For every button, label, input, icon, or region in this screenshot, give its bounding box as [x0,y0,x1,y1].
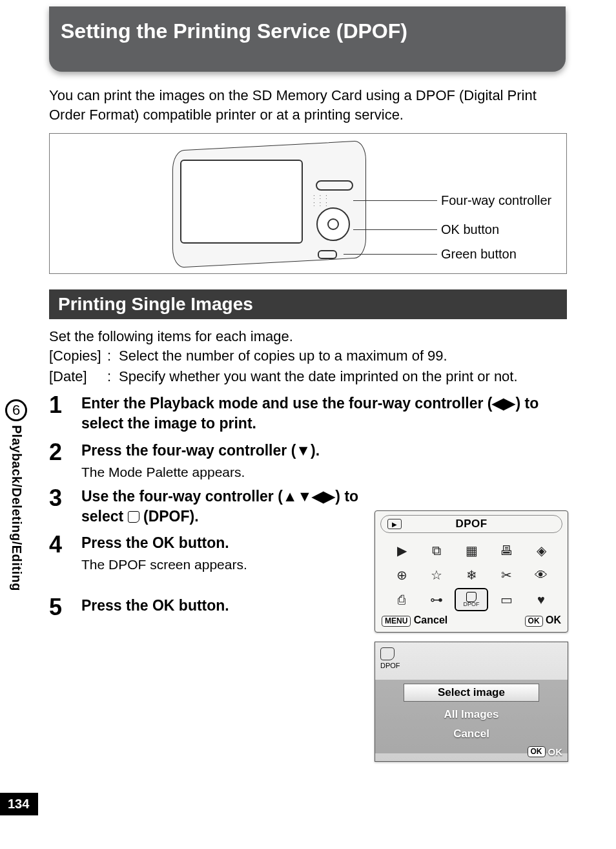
ok-chip-icon: OK [525,616,543,627]
palette-icon: ◈ [526,541,556,560]
def-copies-key: [Copies] [49,346,107,366]
palette-icon: ▦ [457,541,486,560]
palette-icon: ☆ [422,565,451,585]
green-button-icon [318,250,337,259]
page-title: Setting the Printing Service (DPOF) [61,19,407,43]
step-4-title: Press the OK button. [81,533,365,553]
def-date-key: [Date] [49,367,107,386]
label-green-button: Green button [441,247,517,262]
step-2-title: Press the four-way controller (▼). [81,441,567,461]
left-right-arrows-icon: ◀▶ [492,395,515,412]
step-5-title: Press the OK button. [81,596,365,619]
palette-icon: ❄ [457,565,486,585]
step-1: 1 Enter the Playback mode and use the fo… [49,393,567,434]
label-ok-button: OK button [441,222,499,237]
step-4: 4 Press the OK button. The DPOF screen a… [49,533,365,572]
palette-title: DPOF [402,518,541,530]
palette-icon: ⎙ [387,590,416,609]
step-5: 5 Press the OK button. [49,596,365,619]
palette-cancel[interactable]: MENU Cancel [382,614,447,627]
dpof-corner-icon: DPOF [380,647,400,669]
palette-icon: ⊶ [422,590,451,609]
section-heading: Printing Single Images [49,289,567,319]
section-intro: Set the following items for each image. [49,327,567,346]
intro-paragraph: You can print the images on the SD Memor… [49,86,567,124]
step-3: 3 Use the four-way controller (▲▼◀▶) to … [49,487,365,527]
dpof-screen-ok[interactable]: OK OK [528,746,563,757]
step-2-sub: The Mode Palette appears. [81,465,567,480]
ok-chip-icon: OK [528,746,546,757]
menu-select-image[interactable]: Select image [404,684,539,702]
palette-ok[interactable]: OK OK [525,614,561,627]
label-four-way: Four-way controller [441,193,551,208]
def-copies-text: Select the number of copies up to a maxi… [119,346,567,366]
step-1-title: Enter the Playback mode and use the four… [81,393,567,434]
page-number: 134 [0,793,38,815]
palette-icon: ⧉ [422,541,451,560]
dpof-menu-screen: DPOF Select image All Images Cancel OK O… [375,642,568,762]
menu-chip-icon: MENU [382,616,411,627]
menu-all-images[interactable]: All Images [375,708,568,721]
down-arrow-icon: ▼ [296,442,311,459]
palette-icon: ✂ [491,565,521,585]
section-intro-block: Set the following items for each image. … [49,327,567,386]
camera-diagram-box: : : :: : : Four-way controller OK button… [49,133,567,274]
camera-illustration: : : :: : : [172,145,366,263]
palette-dpof-icon[interactable]: DPOF [457,590,486,609]
mode-palette-screen: ▶ DPOF ▶ ⧉ ▦ 🖶 ◈ ⊕ ☆ ❄ ✂ 👁 ⎙ ⊶ [375,510,568,633]
menu-cancel[interactable]: Cancel [375,728,568,740]
palette-icon: 👁 [526,565,556,585]
step-4-sub: The DPOF screen appears. [81,557,365,572]
palette-icon: ▶ [387,541,416,560]
palette-icon: ♥ [526,590,556,609]
chapter-number-badge: 6 [5,399,27,421]
def-date-text: Specify whether you want the date imprin… [119,367,567,386]
step-3-title: Use the four-way controller (▲▼◀▶) to se… [81,487,365,527]
palette-icon: ⊕ [387,565,416,585]
dpof-icon [128,511,139,523]
palette-icon: ▭ [491,590,521,609]
page-title-bar: Setting the Printing Service (DPOF) [49,6,566,72]
palette-icon: 🖶 [491,541,521,560]
side-tab-label: Playback/Deleting/Editing [9,425,24,591]
step-2: 2 Press the four-way controller (▼). The… [49,441,567,480]
playback-icon: ▶ [387,519,402,529]
four-arrows-icon: ▲▼◀▶ [283,488,336,505]
